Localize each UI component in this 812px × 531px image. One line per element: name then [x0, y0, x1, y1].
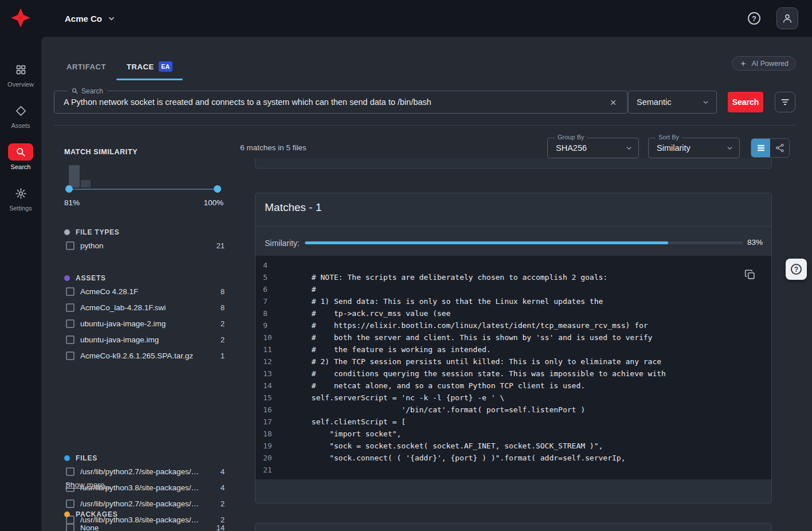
checkbox[interactable]	[66, 241, 74, 250]
help-button[interactable]: ?	[748, 12, 760, 25]
copy-icon	[744, 268, 756, 281]
show-more-link[interactable]: Show more...	[65, 481, 111, 489]
match-card-title: Matches - 1	[265, 201, 321, 214]
sidebar-item-label: Assets	[0, 122, 41, 129]
similarity-histogram-bar	[81, 180, 91, 188]
floating-help-button[interactable]: ?	[786, 259, 807, 280]
section-title: FILES	[76, 454, 97, 462]
filter-section-file-types: FILE TYPES python 21	[64, 227, 226, 253]
group-by-label: Group By	[555, 134, 587, 140]
search-input[interactable]	[54, 91, 627, 113]
graph-view-toggle[interactable]	[770, 139, 789, 157]
chevron-down-icon	[726, 145, 733, 152]
filter-item-count: 2	[221, 335, 226, 344]
filter-item-label: ubuntu-java-image.img	[80, 335, 215, 344]
line-number: 8	[256, 307, 276, 319]
filter-item[interactable]: ubuntu-java-image.img 2	[64, 331, 226, 348]
org-switcher[interactable]: Acme Co	[65, 14, 116, 24]
checkbox[interactable]	[66, 287, 74, 296]
active-tab-indicator	[116, 79, 183, 80]
similarity-slider-min-handle[interactable]	[65, 185, 73, 193]
sidebar-item-search[interactable]: Search	[0, 143, 41, 177]
sidebar-item-label: Settings	[0, 205, 41, 212]
sidebar-item-overview[interactable]: Overview	[0, 60, 41, 95]
similarity-slider-rail[interactable]	[69, 189, 218, 190]
code-line: 16 '/bin/cat'.format( port=self.listenPo…	[256, 404, 771, 416]
match-similarity-title: MATCH SIMILARITY	[64, 148, 138, 156]
checkbox[interactable]	[66, 335, 74, 344]
line-content: self.clientScript = [	[276, 416, 406, 428]
checkbox[interactable]	[66, 319, 74, 328]
checkbox[interactable]	[66, 467, 74, 476]
checkbox[interactable]	[66, 352, 74, 360]
sidebar-item-assets[interactable]: Assets	[0, 101, 41, 136]
checkbox[interactable]	[66, 303, 74, 312]
code-line: 6 #	[256, 283, 771, 295]
main-content: ARTIFACT TRACE EA AI Powered Search × Se…	[41, 37, 812, 531]
filters-panel: MATCH SIMILARITY 81% 100% FILE TYPES pyt…	[64, 143, 230, 531]
filter-item-label: python	[80, 241, 211, 250]
close-icon: ×	[610, 96, 616, 108]
filter-button[interactable]	[775, 92, 795, 112]
line-number: 13	[256, 368, 276, 380]
line-number: 12	[256, 356, 276, 368]
list-view-toggle[interactable]	[751, 139, 770, 157]
match-card-partial-bottom	[255, 523, 772, 531]
line-number: 11	[256, 343, 276, 356]
filter-item[interactable]: None 14	[64, 520, 226, 531]
line-number: 15	[256, 392, 276, 404]
code-line: 13 # conditions querying the session sta…	[256, 368, 771, 380]
checkbox[interactable]	[66, 499, 74, 508]
similarity-min-label: 81%	[64, 198, 80, 207]
filter-item-label: AcmeCo-k9.2.6.1.265.SPA.tar.gz	[80, 352, 215, 360]
similarity-slider-max-handle[interactable]	[214, 185, 221, 193]
tab-artifact[interactable]: ARTIFACT	[56, 53, 116, 80]
ea-badge: EA	[159, 61, 172, 72]
code-line: 10 # both the server and client. This is…	[256, 331, 771, 343]
filter-item-count: 21	[217, 241, 226, 250]
filter-item[interactable]: python 21	[64, 237, 226, 253]
chevron-down-icon	[107, 14, 116, 23]
copy-button[interactable]	[744, 268, 758, 282]
filter-item[interactable]: ubuntu-java-image-2.img 2	[64, 315, 226, 331]
sort-by-select[interactable]: Sort By Similarity	[648, 138, 740, 158]
line-number: 4	[256, 259, 276, 271]
code-line: 21	[256, 464, 771, 476]
line-content: self.serverScript = 'nc -k -l {port} -e …	[276, 392, 504, 404]
app-logo[interactable]	[0, 7, 41, 29]
filter-item[interactable]: AcmeCo-k9.2.6.1.265.SPA.tar.gz 1	[64, 348, 226, 364]
search-mode-select[interactable]: Semantic	[628, 91, 717, 114]
person-icon	[782, 13, 793, 24]
line-content: #	[276, 283, 316, 295]
line-number: 16	[256, 404, 276, 416]
filter-section-assets: ASSETS AcmeCo 4.28.1F 8 AcmeCo_lab-4.28.…	[64, 273, 226, 364]
line-content: # tp->ack.rcv_mss value (see	[276, 307, 450, 319]
filter-item[interactable]: AcmeCo 4.28.1F 8	[64, 283, 226, 299]
code-line: 18 "import socket",	[256, 428, 771, 440]
profile-button[interactable]	[776, 7, 798, 29]
section-title: ASSETS	[76, 274, 106, 282]
sidebar-item-settings[interactable]: Settings	[0, 184, 41, 218]
dashboard-icon	[15, 64, 27, 76]
filter-item-count: 4	[221, 483, 226, 492]
code-line: 17 self.clientScript = [	[256, 416, 771, 428]
clear-search-button[interactable]: ×	[606, 96, 620, 110]
line-number: 20	[256, 452, 276, 464]
tab-bar: ARTIFACT TRACE EA	[56, 53, 183, 80]
filter-item-count: 4	[221, 467, 226, 476]
tab-trace[interactable]: TRACE EA	[116, 53, 183, 80]
line-content: # NOTE: The scripts are deliberately cho…	[276, 271, 607, 283]
filter-item[interactable]: /usr/lib/python2.7/site-packages/… 4	[64, 463, 226, 479]
code-line: 8 # tp->ack.rcv_mss value (see	[256, 307, 771, 319]
line-number: 9	[256, 319, 276, 331]
app-root: Overview Assets Search Settings Acme Co …	[0, 0, 812, 531]
code-line: 20 "sock.connect( ( '{addr}', {port} ) )…	[256, 452, 771, 464]
line-number: 18	[256, 428, 276, 440]
filter-item[interactable]: AcmeCo_lab-4.28.1F.swi 8	[64, 299, 226, 315]
group-by-select[interactable]: Group By SHA256	[547, 138, 639, 158]
share-graph-icon	[775, 143, 785, 153]
search-button[interactable]: Search	[728, 92, 763, 112]
code-line: 11 # the feature is working as intended.	[256, 343, 771, 356]
checkbox[interactable]	[66, 524, 74, 531]
code-line: 15 self.serverScript = 'nc -k -l {port} …	[256, 392, 771, 404]
